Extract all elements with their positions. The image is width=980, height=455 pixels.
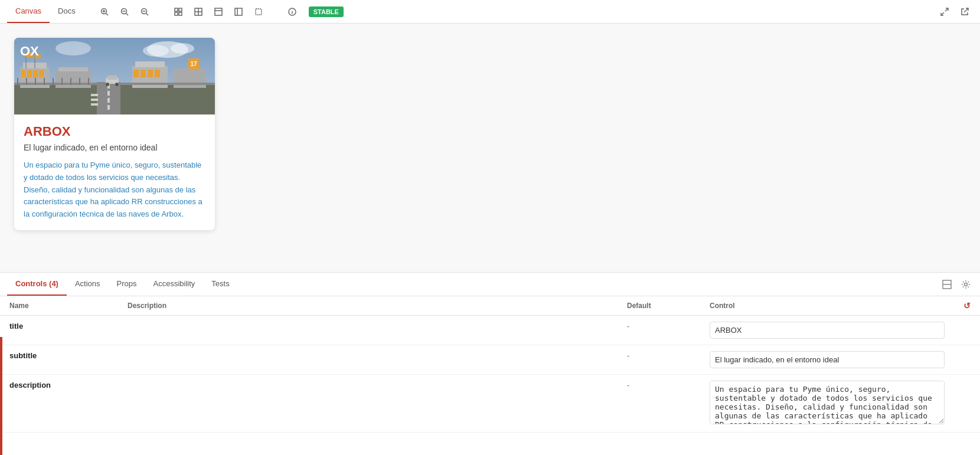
reset-cell-description [954, 375, 980, 433]
svg-rect-70 [91, 99, 98, 101]
svg-rect-54 [155, 70, 160, 77]
field-control-subtitle [700, 345, 954, 375]
card-logo: OX [20, 44, 39, 59]
panel-layout-icon[interactable] [940, 277, 954, 292]
svg-point-32 [55, 41, 91, 55]
field-desc-description [118, 375, 618, 433]
frame-icon[interactable] [250, 4, 267, 20]
svg-rect-69 [91, 94, 98, 96]
field-desc-title [118, 316, 618, 345]
control-input-title[interactable] [710, 322, 945, 339]
svg-rect-57 [174, 68, 206, 88]
toolbar-icons: STABLE [96, 4, 344, 20]
info-icon[interactable] [284, 4, 300, 20]
control-input-subtitle[interactable] [710, 351, 945, 368]
svg-rect-19 [235, 8, 242, 15]
card-content: ARBOX El lugar indicado, en el entorno i… [14, 114, 215, 230]
svg-rect-13 [179, 12, 182, 15]
field-desc-subtitle [118, 345, 618, 375]
svg-rect-37 [107, 98, 110, 103]
svg-rect-64 [53, 78, 54, 85]
svg-point-24 [292, 9, 292, 10]
col-header-control: Control [700, 296, 954, 316]
svg-rect-55 [55, 70, 91, 88]
svg-point-30 [143, 45, 169, 57]
svg-rect-60 [17, 78, 18, 85]
control-textarea-description[interactable]: Un espacio para tu Pyme único, seguro, s… [710, 381, 945, 424]
svg-point-31 [171, 43, 194, 54]
svg-rect-17 [215, 8, 222, 15]
col-header-description: Description [118, 296, 618, 316]
open-external-icon[interactable] [956, 4, 973, 20]
svg-point-74 [106, 83, 109, 86]
zoom-out-icon[interactable] [116, 4, 133, 20]
preview-card: 17 OX ARBOX El lugar indicado, en el ent… [14, 38, 215, 230]
svg-rect-66 [70, 78, 71, 85]
svg-rect-61 [26, 78, 27, 85]
col-header-name: Name [0, 296, 118, 316]
tab-controls[interactable]: Controls (4) [7, 273, 67, 296]
canvas-area: 17 OX ARBOX El lugar indicado, en el ent… [0, 24, 980, 272]
tab-actions[interactable]: Actions [67, 273, 109, 296]
toolbar-right [936, 4, 973, 20]
svg-rect-67 [79, 78, 80, 85]
reset-cell-subtitle [954, 345, 980, 375]
svg-rect-42 [27, 70, 32, 77]
table-header-row: Name Description Default Control ↺ [0, 296, 980, 316]
svg-rect-10 [175, 8, 178, 11]
svg-rect-38 [107, 105, 110, 110]
col-header-reset: ↺ [954, 296, 980, 316]
svg-rect-65 [61, 78, 63, 85]
field-control-description: Un espacio para tu Pyme único, seguro, s… [700, 375, 954, 433]
svg-rect-68 [88, 78, 89, 85]
svg-rect-63 [44, 78, 45, 85]
grid-icon-2[interactable] [190, 4, 207, 20]
svg-rect-12 [175, 12, 178, 15]
table-row: subtitle - [0, 345, 980, 375]
svg-rect-11 [179, 8, 182, 11]
field-default-description: - [618, 375, 700, 433]
layout-icon-1[interactable] [210, 4, 227, 20]
svg-rect-36 [107, 91, 110, 96]
col-header-default: Default [618, 296, 700, 316]
svg-rect-73 [107, 76, 117, 80]
reset-zoom-icon[interactable] [136, 4, 153, 20]
table-row: title - [0, 316, 980, 345]
tab-accessibility[interactable]: Accessibility [145, 273, 204, 296]
svg-rect-41 [21, 70, 26, 77]
svg-rect-44 [39, 70, 44, 77]
svg-rect-59 [120, 83, 215, 85]
svg-text:17: 17 [190, 61, 197, 67]
tab-docs[interactable]: Docs [50, 0, 84, 23]
svg-rect-52 [141, 70, 146, 77]
expand-icon[interactable] [936, 4, 953, 20]
svg-rect-71 [91, 103, 98, 106]
svg-rect-43 [33, 70, 38, 77]
bottom-tab-actions [940, 273, 973, 296]
field-name-subtitle: subtitle [0, 345, 118, 375]
svg-rect-53 [148, 70, 153, 77]
zoom-in-icon[interactable] [96, 4, 113, 20]
svg-line-1 [106, 13, 108, 15]
svg-rect-50 [135, 61, 165, 67]
card-subtitle: El lugar indicado, en el entorno ideal [24, 143, 205, 152]
svg-rect-21 [256, 9, 262, 15]
reset-all-icon[interactable]: ↺ [963, 301, 971, 310]
bottom-panel: Controls (4) Actions Props Accessibility… [0, 272, 980, 455]
panel-settings-icon[interactable] [959, 277, 973, 292]
card-image: 17 OX [14, 38, 215, 114]
bottom-tabs: Controls (4) Actions Props Accessibility… [0, 273, 980, 296]
toolbar-tabs: Canvas Docs [7, 0, 84, 23]
svg-rect-62 [35, 78, 36, 85]
tab-tests[interactable]: Tests [203, 273, 237, 296]
reset-cell-title [954, 316, 980, 345]
svg-point-75 [115, 83, 119, 86]
tab-props[interactable]: Props [109, 273, 145, 296]
layout-icon-2[interactable] [230, 4, 247, 20]
card-title: ARBOX [24, 124, 205, 139]
svg-line-8 [146, 13, 148, 15]
svg-point-80 [965, 283, 968, 286]
grid-icon-1[interactable] [170, 4, 187, 20]
field-name-description: description [0, 375, 118, 433]
tab-canvas[interactable]: Canvas [7, 0, 50, 23]
